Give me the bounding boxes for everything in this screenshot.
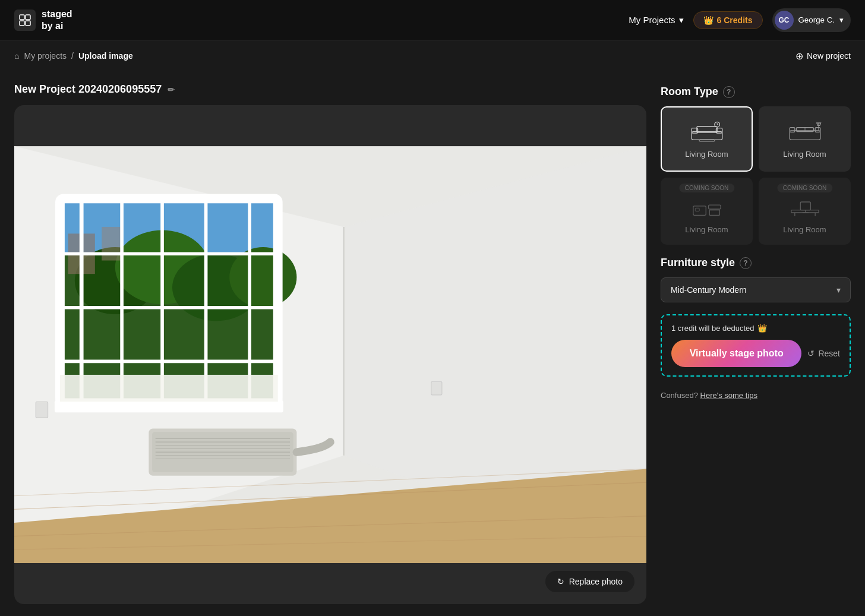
my-projects-button[interactable]: My Projects ▾	[629, 15, 683, 26]
living-room-icon-2	[787, 120, 823, 144]
svg-rect-0	[20, 15, 24, 20]
breadcrumb-separator: /	[71, 51, 74, 61]
furniture-style-label: Furniture style	[661, 257, 735, 269]
svg-rect-3	[26, 21, 30, 26]
replace-photo-label: Replace photo	[569, 577, 623, 586]
my-projects-label: My Projects	[629, 15, 675, 25]
svg-rect-40	[36, 402, 48, 418]
chevron-down-icon: ▾	[679, 15, 684, 26]
svg-rect-2	[20, 21, 24, 26]
logo-icon	[14, 10, 36, 31]
plus-circle-icon: ⊕	[795, 50, 803, 62]
room-type-card-2[interactable]: Living Room	[759, 106, 851, 172]
room-type-label-2: Living Room	[783, 150, 826, 159]
svg-rect-50	[699, 140, 715, 141]
room-type-card-3[interactable]: COMING SOON Living Room	[661, 178, 753, 245]
living-room-icon-4	[787, 195, 823, 219]
svg-point-47	[714, 122, 719, 127]
reset-button[interactable]: ↺ Reset	[807, 349, 840, 358]
room-image	[14, 105, 646, 604]
svg-rect-60	[708, 205, 721, 209]
svg-rect-59	[695, 208, 699, 211]
user-name: George C.	[798, 15, 835, 24]
stage-photo-button[interactable]: Virtually stage photo	[671, 340, 801, 367]
stage-button-label: Virtually stage photo	[690, 348, 784, 358]
room-type-label-3: Living Room	[685, 225, 728, 234]
credit-notice: 1 credit will be deducted 👑	[671, 324, 840, 333]
replace-photo-button[interactable]: ↻ Replace photo	[545, 571, 634, 592]
svg-point-17	[229, 247, 296, 308]
credits-label: 6 Credits	[717, 15, 753, 25]
furniture-style-dropdown[interactable]: Mid-Century Modern	[661, 277, 851, 302]
room-type-card-1[interactable]: Living Room	[661, 106, 753, 172]
coming-soon-badge-1: COMING SOON	[679, 184, 734, 192]
new-project-button[interactable]: ⊕ New project	[795, 50, 851, 62]
furniture-style-help-icon[interactable]: ?	[740, 257, 752, 269]
furniture-style-section: Furniture style ? Mid-Century Modern	[661, 257, 851, 302]
living-room-icon-1	[689, 120, 725, 144]
logo-text: staged by ai	[42, 8, 72, 31]
room-type-grid: Living Room Living Room	[661, 106, 851, 245]
stage-row: Virtually stage photo ↺ Reset	[671, 340, 840, 367]
stage-section: 1 credit will be deducted 👑 Virtually st…	[661, 314, 851, 377]
svg-rect-29	[55, 400, 283, 412]
svg-rect-53	[815, 127, 820, 132]
main-content: New Project 20240206095557 ✏	[0, 71, 865, 616]
header-right: My Projects ▾ 👑 6 Credits GC George C. ▾	[629, 8, 851, 32]
furniture-chevron-icon	[836, 285, 841, 295]
room-type-card-4[interactable]: COMING SOON Living Room	[759, 178, 851, 245]
confused-text: Confused?	[661, 391, 698, 400]
image-area: New Project 20240206095557 ✏	[14, 83, 646, 604]
credits-badge[interactable]: 👑 6 Credits	[693, 11, 763, 29]
living-room-icon-3	[689, 195, 725, 219]
tips-link[interactable]: Here's some tips	[700, 391, 757, 400]
new-project-label: New project	[807, 51, 851, 61]
room-type-section: Room Type ? Living Room	[661, 86, 851, 245]
header: staged by ai My Projects ▾ 👑 6 Credits G…	[0, 0, 865, 40]
reset-icon: ↺	[807, 349, 815, 358]
image-container: ↻ Replace photo	[14, 105, 646, 604]
home-icon: ⌂	[14, 51, 19, 61]
controls-panel: Room Type ? Living Room	[661, 83, 851, 604]
svg-rect-41	[431, 381, 442, 395]
project-title: New Project 20240206095557	[14, 83, 162, 96]
logo: staged by ai	[14, 8, 72, 31]
credit-notice-text: 1 credit will be deducted	[671, 324, 754, 333]
project-title-row: New Project 20240206095557 ✏	[14, 83, 646, 96]
svg-rect-1	[26, 15, 30, 20]
room-type-header: Room Type ?	[661, 86, 851, 98]
reset-label: Reset	[818, 349, 840, 358]
svg-rect-52	[790, 127, 795, 132]
breadcrumb-home[interactable]: My projects	[24, 51, 67, 61]
crown-small-icon: 👑	[757, 324, 767, 333]
room-type-help-icon[interactable]: ?	[723, 86, 735, 98]
edit-icon[interactable]: ✏	[168, 85, 175, 94]
breadcrumb: ⌂ My projects / Upload image	[14, 51, 133, 61]
svg-rect-30	[60, 375, 278, 402]
crown-icon: 👑	[703, 15, 714, 25]
furniture-style-value: Mid-Century Modern	[671, 285, 747, 295]
furniture-style-header: Furniture style ?	[661, 257, 851, 269]
tips-section: Confused? Here's some tips	[661, 391, 851, 400]
room-type-label-4: Living Room	[783, 225, 826, 234]
room-type-label-1: Living Room	[685, 150, 728, 159]
user-initials: GC	[779, 16, 790, 24]
refresh-icon: ↻	[557, 577, 564, 586]
breadcrumb-bar: ⌂ My projects / Upload image ⊕ New proje…	[0, 40, 865, 71]
user-menu-button[interactable]: GC George C. ▾	[772, 8, 851, 32]
user-chevron-icon: ▾	[839, 15, 844, 24]
coming-soon-badge-2: COMING SOON	[777, 184, 832, 192]
svg-rect-65	[800, 202, 810, 210]
room-type-label: Room Type	[661, 86, 718, 98]
breadcrumb-current: Upload image	[78, 51, 133, 61]
avatar: GC	[775, 11, 794, 30]
svg-rect-61	[709, 210, 719, 216]
